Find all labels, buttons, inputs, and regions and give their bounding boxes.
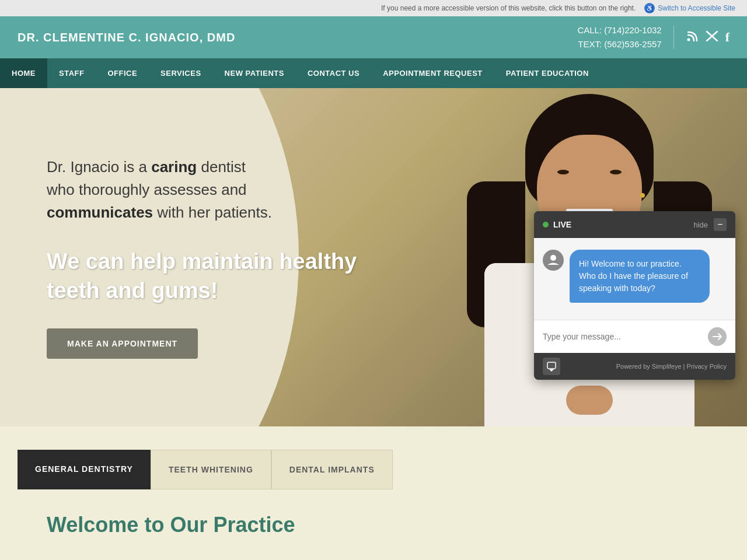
welcome-section: Welcome to Our Practice: [0, 489, 747, 560]
svg-rect-2: [547, 362, 556, 369]
live-dot: [543, 222, 549, 228]
contact-info: CALL: (714)220-1032 TEXT: (562)536-2557: [577, 23, 661, 51]
services-section: GENERAL DENTISTRY TEETH WHITENING DENTAL…: [0, 426, 747, 489]
rss-icon[interactable]: [686, 30, 699, 46]
social-icons: f: [686, 30, 729, 46]
site-logo: DR. CLEMENTINE C. IGNACIO, DMD: [18, 31, 235, 44]
welcome-title: Welcome to Our Practice: [47, 513, 700, 537]
nav-appointment-request[interactable]: APPOINTMENT REQUEST: [371, 58, 494, 88]
hero-section: Dr. Ignacio is a caring dentistwho thoro…: [0, 88, 747, 426]
chat-input-area: [534, 320, 735, 353]
nav-contact-us[interactable]: CONTACT US: [296, 58, 371, 88]
nav-staff[interactable]: STAFF: [47, 58, 96, 88]
chat-widget: LIVE hide − Hi! Welcome to our practice.…: [534, 211, 735, 380]
text-number: TEXT: (562)536-2557: [577, 37, 661, 51]
chat-logo-icon: [543, 358, 560, 375]
accessibility-message: If you need a more accessible version of…: [381, 4, 636, 12]
earring: [640, 193, 645, 198]
service-tab-implants[interactable]: DENTAL IMPLANTS: [271, 450, 393, 489]
chat-send-button[interactable]: [708, 327, 727, 346]
nav-patient-education[interactable]: PATIENT EDUCATION: [494, 58, 601, 88]
site-header: DR. CLEMENTINE C. IGNACIO, DMD CALL: (71…: [0, 16, 747, 58]
svg-point-0: [687, 38, 690, 41]
header-right: CALL: (714)220-1032 TEXT: (562)536-2557 …: [577, 23, 729, 51]
chat-hide-button[interactable]: hide: [693, 220, 708, 229]
chat-body: Hi! Welcome to our practice. Who do I ha…: [534, 238, 735, 320]
hero-subheading: We can help maintain healthy teeth and g…: [47, 247, 403, 305]
call-number: CALL: (714)220-1032: [577, 23, 661, 37]
hero-tagline: Dr. Ignacio is a caring dentistwho thoro…: [47, 156, 403, 224]
chat-header: LIVE hide −: [534, 211, 735, 238]
header-divider: [673, 26, 674, 49]
twitter-icon[interactable]: [706, 30, 718, 46]
chat-footer: Powered by Simplifeye | Privacy Policy: [534, 353, 735, 380]
chat-controls: hide −: [693, 218, 727, 231]
accessible-site-link[interactable]: ♿ Switch to Accessible Site: [644, 3, 735, 13]
service-tab-general[interactable]: GENERAL DENTISTRY: [18, 450, 151, 489]
chat-bubble: Hi! Welcome to our practice. Who do I ha…: [570, 250, 710, 303]
right-eye: [610, 170, 622, 174]
hands: [566, 386, 613, 415]
chat-minimize-button[interactable]: −: [714, 218, 727, 231]
accessibility-bar: If you need a more accessible version of…: [0, 0, 747, 16]
nav-new-patients[interactable]: NEW PATIENTS: [213, 58, 296, 88]
chat-input[interactable]: [543, 332, 708, 341]
hero-content: Dr. Ignacio is a caring dentistwho thoro…: [0, 88, 438, 426]
chat-avatar: [543, 250, 564, 271]
live-label: LIVE: [553, 220, 571, 229]
chat-live-indicator: LIVE: [543, 220, 571, 229]
facebook-icon[interactable]: f: [725, 30, 729, 45]
left-eye: [557, 170, 569, 174]
svg-point-1: [550, 255, 556, 261]
main-nav: HOME STAFF OFFICE SERVICES NEW PATIENTS …: [0, 58, 747, 88]
appointment-button[interactable]: MAKE AN APPOINTMENT: [47, 328, 198, 359]
wheelchair-icon: ♿: [644, 3, 655, 13]
chat-powered-text: Powered by Simplifeye | Privacy Policy: [616, 363, 727, 370]
nav-office[interactable]: OFFICE: [96, 58, 149, 88]
nav-home[interactable]: HOME: [0, 58, 47, 88]
service-tab-whitening[interactable]: TEETH WHITENING: [151, 450, 271, 489]
nav-services[interactable]: SERVICES: [149, 58, 213, 88]
